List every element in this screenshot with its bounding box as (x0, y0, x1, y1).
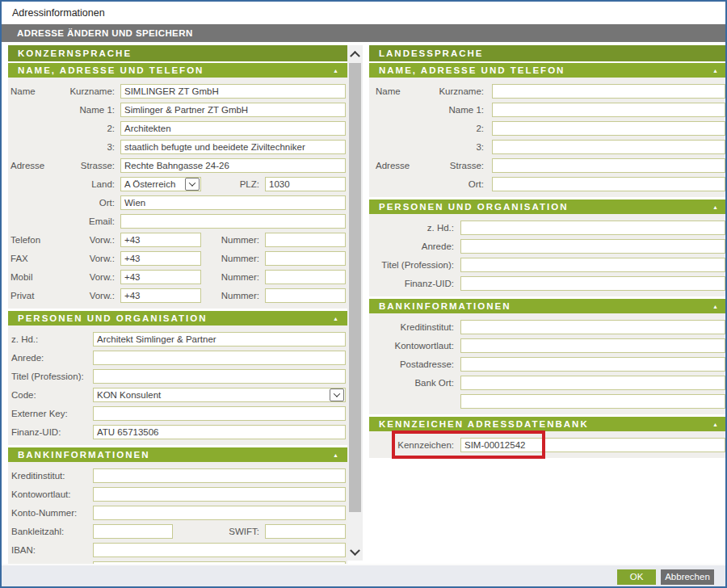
right-anrede-input[interactable] (460, 239, 725, 254)
left-postadresse-input[interactable] (93, 561, 346, 565)
left-kreditinstitut-input[interactable] (93, 468, 346, 483)
form-row-konto-nummer: Konto-Nummer: (8, 503, 347, 522)
left-section-header-personen-organisation[interactable]: PERSONEN UND ORGANISATION▲ (8, 311, 347, 326)
left-kreditinstitut-label: Kreditinstitut: (8, 471, 93, 481)
form-row-postadresse: Postadresse: (369, 355, 725, 373)
right-titel-profession-label: Titel (Profession): (369, 260, 460, 270)
left-finanz-uid-label: Finanz-UID: (8, 427, 93, 437)
dropdown-arrow-icon[interactable] (330, 388, 344, 401)
left-titel-profession-input[interactable] (93, 369, 346, 384)
left-finanz-uid-input[interactable] (93, 425, 346, 439)
scroll-up-button[interactable] (347, 45, 363, 61)
right-language-header: LANDESSPRACHE (369, 45, 725, 61)
form-row-strasse: AdresseStrasse: (8, 156, 347, 174)
right-strasse-input[interactable] (492, 158, 725, 173)
left-anrede-input[interactable] (93, 351, 346, 365)
right-bank-extra-input[interactable] (460, 394, 725, 409)
left-anrede-label: Anrede: (8, 353, 93, 363)
right-strasse-label: Strasse: (427, 161, 492, 170)
right-finanz-uid-input[interactable] (460, 276, 725, 291)
command-bar-label: ADRESSE ÄNDERN UND SPEICHERN (17, 28, 193, 38)
left-name3-input[interactable] (120, 140, 346, 154)
right-name2-input[interactable] (492, 121, 725, 136)
left-plz-input[interactable] (265, 177, 346, 191)
left-name1-input[interactable] (120, 103, 346, 117)
left-section-title-name-adresse-telefon: NAME, ADRESSE UND TELEFON (18, 65, 204, 75)
right-section-header-kennzeichen-adressdatenbank[interactable]: KENNZEICHEN ADRESSDATENBANK▲ (369, 417, 725, 431)
left-telefon-nummer-input[interactable] (265, 233, 346, 247)
right-ort-input[interactable] (492, 177, 725, 191)
dialog-title: Adressinformationen (12, 7, 105, 19)
left-fax-vorwahl-input[interactable] (120, 251, 201, 266)
right-kennzeichen-label: Kennzeichen: (369, 440, 460, 450)
form-row-kurzname: NameKurzname: (8, 82, 347, 100)
dialog-footer: OK Abbrechen (2, 564, 725, 588)
left-mobil-vorwahl-input[interactable] (120, 270, 201, 284)
form-row-finanz-uid: Finanz-UID: (369, 274, 725, 292)
left-land-dropdown[interactable]: A Österreich (120, 177, 201, 191)
left-fax-nummer-input[interactable] (265, 251, 346, 266)
left-konto-nummer-input[interactable] (93, 506, 346, 520)
right-kontowortlaut-input[interactable] (460, 338, 725, 353)
right-section-personen-organisation: PERSONEN UND ORGANISATION▲z. Hd.:Anrede:… (369, 200, 725, 296)
right-postadresse-input[interactable] (460, 357, 725, 372)
left-kurzname-input[interactable] (120, 84, 346, 99)
left-section-header-bankinformationen[interactable]: BANKINFORMATIONEN▲ (8, 447, 347, 462)
form-row-fax-vorwahl: FAXVorw.:Nummer: (8, 249, 347, 267)
left-privat-nummer-input[interactable] (265, 288, 346, 303)
left-plz-label: PLZ: (201, 179, 265, 189)
left-mobil-nummer-input[interactable] (265, 270, 346, 284)
right-kurzname-input[interactable] (492, 84, 725, 99)
form-row-telefon-vorwahl: TelefonVorw.:Nummer: (8, 230, 347, 249)
collapse-arrow-icon: ▲ (333, 452, 340, 458)
right-kennzeichen-input[interactable] (460, 438, 725, 452)
form-row-titel-profession: Titel (Profession): (369, 255, 725, 274)
collapse-arrow-icon: ▲ (333, 316, 340, 321)
chevron-down-icon (350, 545, 360, 556)
left-email-input[interactable] (120, 214, 346, 229)
left-telefon-vorwahl-input[interactable] (120, 233, 201, 247)
collapse-arrow-icon: ▲ (712, 68, 720, 74)
left-z-hd-input[interactable] (93, 332, 346, 346)
ok-button[interactable]: OK (617, 569, 656, 585)
left-swift-input[interactable] (265, 524, 346, 539)
left-section-header-name-adresse-telefon[interactable]: NAME, ADRESSE UND TELEFON▲ (8, 63, 347, 78)
right-section-header-name-adresse-telefon[interactable]: NAME, ADRESSE UND TELEFON▲ (369, 63, 725, 78)
left-code-dropdown[interactable]: KON Konsulent (93, 388, 346, 402)
right-name1-input[interactable] (492, 103, 725, 117)
vertical-scrollbar[interactable] (347, 45, 363, 561)
left-externer-key-input[interactable] (93, 406, 346, 421)
right-kreditinstitut-input[interactable] (460, 320, 725, 334)
right-section-header-personen-organisation[interactable]: PERSONEN UND ORGANISATION▲ (369, 200, 725, 214)
right-group-label: Adresse (369, 161, 427, 170)
right-section-header-bankinformationen[interactable]: BANKINFORMATIONEN▲ (369, 299, 725, 313)
right-name1-label: Name 1: (427, 105, 492, 115)
left-land-label: Land: (57, 179, 120, 189)
right-name3-input[interactable] (492, 140, 725, 154)
left-language-header: KONZERNSPRACHE (8, 45, 347, 61)
dropdown-arrow-icon[interactable] (185, 178, 200, 191)
left-bankleitzahl-input[interactable] (93, 524, 173, 539)
form-row-iban: IBAN: (8, 540, 347, 559)
scroll-down-button[interactable] (347, 544, 363, 561)
form-row-name2: 2: (369, 119, 725, 137)
left-name2-input[interactable] (120, 121, 346, 136)
left-mobil-nummer-label: Nummer: (201, 272, 265, 282)
left-iban-input[interactable] (93, 543, 346, 557)
left-group-label: Mobil (8, 272, 57, 282)
scrollbar-thumb[interactable] (349, 63, 361, 512)
right-titel-profession-input[interactable] (460, 258, 725, 272)
left-strasse-input[interactable] (120, 158, 346, 173)
left-privat-vorwahl-input[interactable] (120, 288, 201, 303)
right-z-hd-input[interactable] (460, 220, 725, 235)
left-swift-label: SWIFT: (173, 527, 265, 536)
left-group-label: FAX (8, 254, 57, 263)
left-ort-input[interactable] (120, 195, 346, 210)
form-row-name1: Name 1: (8, 100, 347, 119)
left-kontowortlaut-input[interactable] (93, 487, 346, 502)
left-section-title-bankinformationen: BANKINFORMATIONEN (18, 450, 149, 460)
right-kurzname-label: Kurzname: (427, 86, 492, 96)
cancel-button[interactable]: Abbrechen (661, 569, 714, 585)
right-bank-ort-input[interactable] (460, 376, 725, 390)
form-row-name2: 2: (8, 119, 347, 137)
